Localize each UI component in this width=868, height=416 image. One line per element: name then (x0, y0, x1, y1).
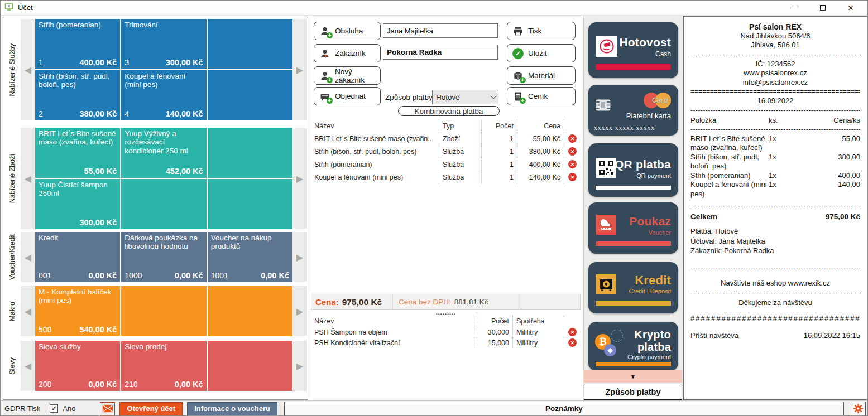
item-count: 1 (482, 158, 517, 171)
col-header: Název (311, 316, 476, 327)
settings-button[interactable] (851, 402, 866, 415)
item-type: Služba (439, 158, 482, 171)
payment-more-button[interactable] (584, 370, 682, 383)
catalog-tile[interactable]: Trimování 3300,00 Kč (121, 19, 206, 69)
items-table: Název Typ Počet Cena BRIT Let´s Bite suš… (311, 120, 581, 183)
title-bar: Účet (0, 0, 868, 16)
delete-item-icon[interactable] (568, 147, 577, 156)
app-icon (4, 2, 13, 13)
receipt-email: info@psisalonrex.cz (690, 78, 860, 88)
catalog-tile[interactable]: Koupel a fénování (mini pes) 4140,00 Kč (121, 70, 206, 120)
obsluha-input[interactable] (383, 23, 498, 38)
item-price: 380,00 Kč (517, 145, 564, 158)
payment-method-select[interactable]: Hotově (432, 90, 498, 104)
category-label-macro: Makro (4, 286, 21, 336)
material-name[interactable]: PSH Kondicionér vitalizační (311, 337, 476, 348)
tisk-button[interactable]: Tisk (507, 22, 576, 40)
scroll-right-icon[interactable] (292, 341, 307, 391)
catalog-tile-empty[interactable] (208, 70, 292, 120)
payment-tile-qr[interactable]: QR platba QR payment (588, 143, 678, 197)
material-button[interactable]: Materiál (507, 66, 576, 85)
catalog-tile[interactable]: Střih (bišon, stř. pudl, boloň. pes) 238… (35, 70, 120, 120)
email-button[interactable] (100, 402, 115, 415)
catalog-tile[interactable]: Yuup Čistící šampon 250ml 300,00 Kč (35, 179, 120, 229)
catalog-tile[interactable]: BRIT Let´s Bite sušené maso (zvařina, ku… (35, 128, 120, 178)
catalog-tile[interactable]: Kredit 0010,00 Kč (35, 232, 120, 282)
check-icon (512, 47, 524, 60)
payment-tile-voucher[interactable]: Poukaz Voucher (588, 202, 678, 254)
zakaznik-input[interactable] (383, 45, 498, 60)
catalog-tile[interactable]: Dárková poukázka na libovolnou hodnotu 1… (121, 232, 206, 282)
material-count: 15,000 (476, 337, 513, 348)
catalog-tile-empty[interactable] (208, 286, 292, 336)
payment-tile-card[interactable]: Card Platební karta xxxxx xxxxx xxxxx (588, 85, 678, 136)
minimize-button[interactable] (781, 0, 809, 16)
obsluha-button[interactable]: Obsluha (314, 22, 381, 40)
catalog-tile-empty[interactable] (208, 19, 292, 69)
delete-item-icon[interactable] (568, 160, 577, 168)
notes-button[interactable]: Poznámky (284, 402, 844, 415)
material-name[interactable]: PSH Šampon na objem (311, 327, 476, 337)
delete-item-icon[interactable] (568, 134, 577, 143)
catalog-tile[interactable]: Voucher na nákup produktů 10010,00 Kč (208, 232, 292, 282)
scroll-right-icon[interactable] (292, 286, 307, 336)
receipt-eshop-line: Navštivte náš eshop www.rexik.cz (690, 279, 860, 288)
gdpr-checkbox[interactable] (50, 404, 58, 413)
category-row-services: Nabízené Služby Střih (pomeranian) 1400,… (4, 19, 307, 120)
maximize-button[interactable] (809, 0, 837, 16)
payment-method-footer-button[interactable]: Způsob platby (584, 384, 682, 400)
delete-material-icon[interactable] (568, 338, 577, 347)
item-type: Služba (439, 171, 482, 183)
receipt-item: BRIT Let´s Bite sušené maso (zvařina, ku… (690, 134, 860, 153)
catalog-tile[interactable]: M - Kompletní balíček (mini pes) 500540,… (35, 286, 120, 336)
scroll-left-icon[interactable] (21, 232, 35, 282)
close-button[interactable] (837, 0, 865, 16)
scroll-right-icon[interactable] (292, 232, 307, 282)
payment-tile-crypto[interactable]: ₿ ◆ Krypto platba Crypto payment (588, 322, 678, 371)
item-name[interactable]: Koupel a fénování (mini pes) (311, 171, 439, 183)
payment-tile-cash[interactable]: Hotovost Cash (588, 22, 678, 78)
receipt-thanks-line: Děkujeme za návštěvu (690, 298, 860, 308)
receipt-columns-header: Položkaks.Cena/ks (690, 115, 860, 125)
scroll-left-icon[interactable] (21, 19, 35, 120)
catalog-tile-empty[interactable] (121, 286, 206, 336)
scroll-left-icon[interactable] (21, 128, 35, 229)
item-name[interactable]: Střih (bišon, stř. pudl, boloň. pes) (311, 145, 439, 158)
item-name[interactable]: BRIT Let´s Bite sušené maso (zvařin... (311, 132, 439, 145)
window-title: Účet (18, 3, 33, 12)
catalog-tile[interactable]: Yuup Výživný a rozčesávací kondicionér 2… (121, 128, 206, 178)
kombinovana-platba-button[interactable]: Kombinovaná platba (398, 106, 500, 116)
scroll-right-icon[interactable] (292, 128, 307, 229)
category-label-services: Nabízené Služby (4, 19, 21, 120)
catalog-tile-empty[interactable] (121, 179, 206, 229)
catalog-tile[interactable]: Sleva prodej 2100,00 Kč (121, 341, 206, 391)
splitter-handle[interactable]: ......... (310, 309, 582, 315)
objednat-button[interactable]: Objednat (314, 87, 381, 105)
catalog-tile-empty[interactable] (208, 179, 292, 229)
catalog-tile[interactable]: Sleva služby 2000,00 Kč (35, 341, 120, 391)
pricelist-icon (512, 90, 524, 103)
category-row-macro: Makro M - Kompletní balíček (mini pes) 5… (4, 286, 307, 336)
payment-tile-credit[interactable]: Kredit Credit | Deposit (588, 262, 678, 313)
zakaznik-button[interactable]: Zákazník (314, 44, 381, 62)
scroll-left-icon[interactable] (21, 286, 35, 336)
printer-icon (512, 25, 524, 37)
receipt-ic: IČ: 1234562 (690, 60, 860, 69)
catalog-tile-empty[interactable] (208, 128, 292, 178)
ethereum-icon: ◆ (604, 344, 616, 356)
item-name[interactable]: Střih (pomeranian) (311, 158, 439, 171)
delete-item-icon[interactable] (568, 173, 577, 181)
novy-zakaznik-button[interactable]: Nový zákazník (314, 66, 381, 85)
scroll-right-icon[interactable] (292, 19, 307, 120)
scroll-left-icon[interactable] (21, 341, 35, 391)
total-label: Cena: (315, 297, 339, 307)
cenik-button[interactable]: Ceník (507, 87, 576, 105)
ulozit-button[interactable]: Uložit (507, 44, 576, 62)
material-unit: Mililitry (513, 327, 564, 337)
col-header: Název (311, 120, 439, 132)
delete-material-icon[interactable] (568, 328, 577, 336)
open-bill-button[interactable]: Otevřený účet (119, 402, 183, 415)
catalog-tile-empty[interactable] (208, 341, 292, 391)
catalog-tile[interactable]: Střih (pomeranian) 1400,00 Kč (35, 19, 120, 69)
voucher-info-button[interactable]: Informace o voucheru (187, 402, 277, 415)
